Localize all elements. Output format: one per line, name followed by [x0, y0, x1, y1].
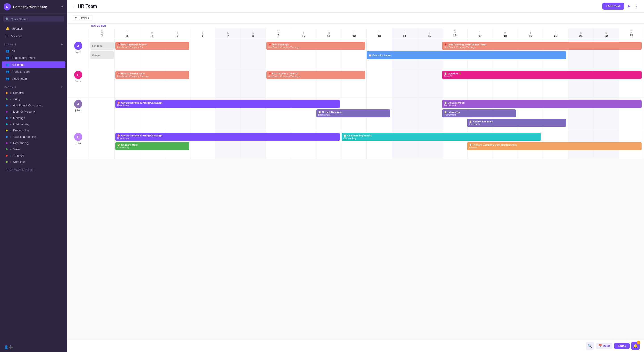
sidebar-plan-benefits[interactable]: ≡Benefits	[2, 90, 65, 96]
day-header-19: T19	[518, 28, 543, 39]
day-num: 7	[227, 34, 229, 38]
sidebar-plan-preboarding[interactable]: ≡Preboarding	[2, 128, 65, 134]
plans-info-icon[interactable]: ℹ	[15, 86, 16, 88]
day-num: 17	[478, 34, 482, 38]
task-bar[interactable]: 📋 Vacation 🌴Time Off	[442, 71, 641, 79]
day-header-15: S15	[417, 28, 442, 39]
task-bar[interactable]: 📋 InterviewsRecruitment	[442, 109, 516, 118]
sidebar-plan-rebranding[interactable]: ≡Rebranding	[2, 140, 65, 146]
task-rows: 🎯 Advertisements & Hiring CampaignRecrui…	[90, 132, 643, 152]
cells-area-laura: 🎯 How to Lead a TeamIdea Board: Company …	[90, 68, 644, 97]
workspace-header[interactable]: C Company Workspace ▼	[0, 0, 67, 14]
topbar: ☰ HR Team +Add Task ➤ ⋮	[67, 0, 644, 12]
task-bar[interactable]: 📋 University FairRecruitment	[442, 100, 641, 108]
plan-label-hiring: Hiring	[12, 98, 20, 101]
search-box[interactable]: 🔍 Quick Search	[3, 16, 64, 22]
day-label: S	[429, 32, 430, 34]
hamburger-icon[interactable]: ☰	[72, 4, 75, 8]
plan-dot-idea-board	[6, 105, 8, 106]
plan-dot-time-off	[6, 155, 8, 156]
sidebar-plan-meetings[interactable]: ≡Meetings	[2, 115, 65, 121]
notification-button[interactable]: 🔔 1	[632, 342, 640, 350]
task-bar[interactable]: 🎯 New Employee PresenIdea Board: Company…	[116, 42, 189, 50]
day-label: S	[227, 32, 229, 34]
task-bar[interactable]: Campu	[90, 51, 114, 59]
sidebar-item-hr[interactable]: 👥 HR Team	[2, 62, 65, 68]
day-header-20: F20	[543, 28, 568, 39]
avatar-aaron: A	[74, 42, 82, 50]
task-name: 📋 University Fair	[444, 101, 640, 104]
task-bar[interactable]: 📋 Review ResumesRecruitment	[467, 119, 566, 127]
day-num: 10	[302, 34, 305, 38]
task-sub: Idea Board: Company Trainings	[117, 75, 188, 78]
sidebar-item-product[interactable]: 👥 Product Team	[2, 68, 65, 75]
task-name: handboo	[92, 44, 112, 47]
nav-updates[interactable]: 🔔 Updates	[2, 25, 65, 32]
day-header-5: T5	[165, 28, 190, 39]
week-num: 48	[630, 29, 632, 31]
task-bar[interactable]: 🎯 Advertisements & Hiring CampaignRecrui…	[116, 133, 340, 141]
day-label: T	[126, 32, 128, 34]
task-bar[interactable]: handboo	[90, 42, 114, 50]
nav-my-work[interactable]: ☰ My work	[2, 32, 65, 40]
task-name: 🎯 Advertisements & Hiring Campaign	[117, 101, 338, 104]
sidebar-plan-hiring[interactable]: ›Hiring	[2, 96, 65, 102]
team-hr-icon: 👥	[6, 63, 10, 66]
task-name: 📋 Vacation 🌴	[444, 72, 640, 75]
task-bar[interactable]: 🎯 Advertisements & Hiring CampaignRecrui…	[116, 100, 340, 108]
week-num: 46	[277, 29, 280, 31]
sidebar-plan-work-trips[interactable]: ›Work trips	[2, 159, 65, 165]
day-header-23: 48M23	[619, 28, 644, 39]
teams-add-icon[interactable]: +	[61, 42, 63, 46]
workspace-logo: C	[4, 3, 11, 10]
task-bar[interactable]: 📋 Prepare Company Gym MembershipsBenefit…	[467, 142, 641, 150]
day-label: M	[454, 31, 456, 34]
task-bar[interactable]: 📋 Complete PaperworkOff-boarding	[342, 133, 541, 141]
sidebar-plan-product-marketing[interactable]: ›Product marketing	[2, 134, 65, 140]
day-header-16: 47M16	[442, 28, 468, 39]
sidebar-plan-sales[interactable]: ≡Sales	[2, 146, 65, 152]
archived-plans[interactable]: ARCHIVED PLANS (6) ›	[2, 166, 65, 174]
task-bar[interactable]: ✅ Onboard MikeOnboarding	[116, 142, 189, 150]
cells-area-jakub: 🎯 Advertisements & Hiring CampaignRecrui…	[90, 97, 644, 130]
sidebar-plan-off-boarding[interactable]: ≡Off-boarding	[2, 121, 65, 127]
year-button[interactable]: 📅 2020	[596, 343, 612, 349]
task-row-0: 🎯 How to Lead a TeamIdea Board: Company …	[90, 71, 643, 80]
more-options-button[interactable]: ⋮	[634, 3, 640, 10]
person-col-laura: Llaura	[67, 68, 90, 97]
plan-label-rebranding: Rebranding	[13, 141, 28, 145]
sidebar-plan-idea-board[interactable]: ›Idea Board: Company...	[2, 102, 65, 108]
plan-dot-rebranding	[6, 142, 8, 144]
task-bar[interactable]: 📋 Cover for Laura	[367, 51, 566, 59]
add-member-btn[interactable]: 👤➕	[0, 342, 67, 352]
task-rows: handboo🎯 New Employee PresenIdea Board: …	[90, 40, 643, 61]
task-bar[interactable]: 📋 Review ResumesRecruitment	[316, 109, 390, 118]
task-rows: 🎯 Advertisements & Hiring CampaignRecrui…	[90, 98, 643, 128]
task-bar[interactable]: 🎯 How to Lead a TeamIdea Board: Company …	[116, 71, 189, 79]
sidebar-plan-main-st[interactable]: ≡Main St Property	[2, 109, 65, 115]
updates-icon: 🔔	[6, 26, 10, 30]
plans-add-icon[interactable]: +	[61, 85, 63, 89]
sidebar-item-all[interactable]: 👥 All	[2, 48, 65, 54]
workspace-chevron-icon: ▼	[61, 5, 64, 8]
year-label: 2020	[603, 344, 610, 348]
task-sub: Benefits	[469, 146, 640, 149]
today-button[interactable]: Today	[614, 343, 630, 349]
task-rows: 🎯 How to Lead a TeamIdea Board: Company …	[90, 70, 643, 81]
plan-lines-icon: ≡	[10, 116, 12, 120]
sidebar-item-engineering[interactable]: 👥 Engineering Team	[2, 54, 65, 61]
day-header-17: T17	[468, 28, 493, 39]
sidebar-item-video[interactable]: 👥 Video Team	[2, 75, 65, 82]
task-bar[interactable]: 📌 How to Lead a Team 2Idea Board: Compan…	[266, 71, 365, 79]
teams-info-icon[interactable]: ℹ	[15, 43, 16, 46]
filter-button[interactable]: ▼ Filters ▾	[72, 15, 92, 21]
day-label: M	[630, 31, 632, 34]
search-calendar-button[interactable]: 🔍	[586, 342, 594, 350]
plan-dot-hiring	[6, 98, 8, 100]
sidebar-plan-time-off[interactable]: ≡Time Off	[2, 152, 65, 158]
share-icon-button[interactable]: ➤	[626, 3, 632, 10]
filter-label: Filters	[79, 16, 86, 20]
add-task-button[interactable]: +Add Task	[602, 3, 624, 10]
task-bar[interactable]: 📌 Lead Training 2 with Whole TeamIdea Bo…	[442, 42, 641, 50]
task-bar[interactable]: 📌 2021 TrainingsIdea Board: Company Trai…	[266, 42, 365, 50]
